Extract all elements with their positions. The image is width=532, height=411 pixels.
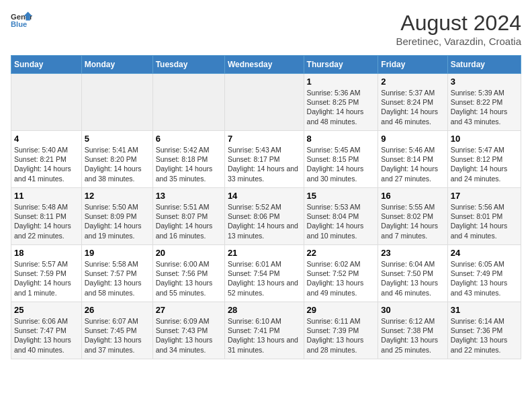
day-number: 29: [307, 305, 375, 315]
calendar-cell: 13Sunrise: 5:51 AM Sunset: 8:07 PM Dayli…: [152, 188, 224, 245]
day-info: Sunrise: 5:58 AM Sunset: 7:57 PM Dayligh…: [85, 259, 150, 298]
day-number: 5: [85, 134, 150, 144]
weekday-header-friday: Friday: [378, 56, 447, 74]
calendar-header: SundayMondayTuesdayWednesdayThursdayFrid…: [11, 56, 521, 74]
day-number: 14: [228, 191, 301, 201]
day-info: Sunrise: 6:07 AM Sunset: 7:45 PM Dayligh…: [85, 316, 150, 355]
weekday-header-thursday: Thursday: [304, 56, 378, 74]
day-number: 6: [156, 134, 222, 144]
calendar-cell: 5Sunrise: 5:41 AM Sunset: 8:20 PM Daylig…: [81, 131, 152, 188]
calendar-cell: 1Sunrise: 5:36 AM Sunset: 8:25 PM Daylig…: [304, 74, 378, 131]
weekday-header-tuesday: Tuesday: [152, 56, 224, 74]
day-info: Sunrise: 5:36 AM Sunset: 8:25 PM Dayligh…: [307, 88, 375, 126]
day-number: 16: [381, 191, 444, 201]
day-number: 3: [451, 77, 518, 87]
calendar-cell: 8Sunrise: 5:45 AM Sunset: 8:15 PM Daylig…: [304, 131, 378, 188]
calendar-cell: 16Sunrise: 5:55 AM Sunset: 8:02 PM Dayli…: [378, 188, 447, 245]
weekday-header-monday: Monday: [81, 56, 152, 74]
logo-icon: General Blue: [11, 11, 32, 30]
day-info: Sunrise: 5:37 AM Sunset: 8:24 PM Dayligh…: [381, 88, 444, 126]
day-number: 1: [307, 77, 375, 87]
day-info: Sunrise: 6:05 AM Sunset: 7:49 PM Dayligh…: [451, 259, 518, 298]
day-info: Sunrise: 5:56 AM Sunset: 8:01 PM Dayligh…: [451, 202, 518, 240]
calendar-body: 1Sunrise: 5:36 AM Sunset: 8:25 PM Daylig…: [11, 74, 521, 359]
day-info: Sunrise: 6:00 AM Sunset: 7:56 PM Dayligh…: [156, 259, 222, 298]
day-number: 18: [14, 248, 79, 258]
day-info: Sunrise: 5:50 AM Sunset: 8:09 PM Dayligh…: [85, 202, 150, 240]
calendar-cell: 26Sunrise: 6:07 AM Sunset: 7:45 PM Dayli…: [81, 302, 152, 359]
day-number: 17: [451, 191, 518, 201]
day-number: 27: [156, 305, 222, 315]
calendar-cell: [152, 74, 224, 131]
day-info: Sunrise: 5:40 AM Sunset: 8:21 PM Dayligh…: [14, 145, 79, 183]
day-number: 22: [307, 248, 375, 258]
calendar-cell: 14Sunrise: 5:52 AM Sunset: 8:06 PM Dayli…: [224, 188, 304, 245]
day-info: Sunrise: 6:02 AM Sunset: 7:52 PM Dayligh…: [307, 259, 375, 298]
day-number: 23: [381, 248, 444, 258]
day-number: 13: [156, 191, 222, 201]
day-number: 7: [228, 134, 301, 144]
day-number: 30: [381, 305, 444, 315]
calendar-cell: 18Sunrise: 5:57 AM Sunset: 7:59 PM Dayli…: [11, 245, 82, 302]
day-number: 25: [14, 305, 79, 315]
calendar-cell: 19Sunrise: 5:58 AM Sunset: 7:57 PM Dayli…: [81, 245, 152, 302]
day-number: 8: [307, 134, 375, 144]
day-number: 11: [14, 191, 79, 201]
calendar-week-3: 18Sunrise: 5:57 AM Sunset: 7:59 PM Dayli…: [11, 245, 521, 302]
day-info: Sunrise: 5:53 AM Sunset: 8:04 PM Dayligh…: [307, 202, 375, 240]
day-info: Sunrise: 6:14 AM Sunset: 7:36 PM Dayligh…: [451, 316, 518, 355]
calendar-cell: 3Sunrise: 5:39 AM Sunset: 8:22 PM Daylig…: [447, 74, 521, 131]
calendar-cell: 4Sunrise: 5:40 AM Sunset: 8:21 PM Daylig…: [11, 131, 82, 188]
calendar-cell: 30Sunrise: 6:12 AM Sunset: 7:38 PM Dayli…: [378, 302, 447, 359]
calendar-week-2: 11Sunrise: 5:48 AM Sunset: 8:11 PM Dayli…: [11, 188, 521, 245]
logo: General Blue: [11, 11, 32, 30]
calendar-cell: 23Sunrise: 6:04 AM Sunset: 7:50 PM Dayli…: [378, 245, 447, 302]
calendar-cell: [11, 74, 82, 131]
calendar-cell: 6Sunrise: 5:42 AM Sunset: 8:18 PM Daylig…: [152, 131, 224, 188]
weekday-header-sunday: Sunday: [11, 56, 82, 74]
calendar-cell: 22Sunrise: 6:02 AM Sunset: 7:52 PM Dayli…: [304, 245, 378, 302]
calendar-cell: 29Sunrise: 6:11 AM Sunset: 7:39 PM Dayli…: [304, 302, 378, 359]
calendar-cell: 9Sunrise: 5:46 AM Sunset: 8:14 PM Daylig…: [378, 131, 447, 188]
day-info: Sunrise: 6:01 AM Sunset: 7:54 PM Dayligh…: [228, 259, 301, 298]
calendar-cell: 25Sunrise: 6:06 AM Sunset: 7:47 PM Dayli…: [11, 302, 82, 359]
calendar-cell: [81, 74, 152, 131]
day-info: Sunrise: 6:10 AM Sunset: 7:41 PM Dayligh…: [228, 316, 301, 355]
calendar-week-0: 1Sunrise: 5:36 AM Sunset: 8:25 PM Daylig…: [11, 74, 521, 131]
day-number: 12: [85, 191, 150, 201]
day-info: Sunrise: 5:55 AM Sunset: 8:02 PM Dayligh…: [381, 202, 444, 240]
calendar-cell: 15Sunrise: 5:53 AM Sunset: 8:04 PM Dayli…: [304, 188, 378, 245]
weekday-header-row: SundayMondayTuesdayWednesdayThursdayFrid…: [11, 56, 521, 74]
calendar-week-1: 4Sunrise: 5:40 AM Sunset: 8:21 PM Daylig…: [11, 131, 521, 188]
calendar-week-4: 25Sunrise: 6:06 AM Sunset: 7:47 PM Dayli…: [11, 302, 521, 359]
day-number: 2: [381, 77, 444, 87]
calendar-cell: 12Sunrise: 5:50 AM Sunset: 8:09 PM Dayli…: [81, 188, 152, 245]
calendar-cell: 31Sunrise: 6:14 AM Sunset: 7:36 PM Dayli…: [447, 302, 521, 359]
calendar-cell: 2Sunrise: 5:37 AM Sunset: 8:24 PM Daylig…: [378, 74, 447, 131]
page-header: General Blue August 2024 Beretinec, Vara…: [11, 11, 521, 47]
calendar-cell: 10Sunrise: 5:47 AM Sunset: 8:12 PM Dayli…: [447, 131, 521, 188]
weekday-header-wednesday: Wednesday: [224, 56, 304, 74]
calendar-cell: 21Sunrise: 6:01 AM Sunset: 7:54 PM Dayli…: [224, 245, 304, 302]
day-info: Sunrise: 6:11 AM Sunset: 7:39 PM Dayligh…: [307, 316, 375, 355]
calendar-cell: 20Sunrise: 6:00 AM Sunset: 7:56 PM Dayli…: [152, 245, 224, 302]
day-number: 4: [14, 134, 79, 144]
page-subtitle: Beretinec, Varazdin, Croatia: [396, 36, 521, 47]
day-info: Sunrise: 5:46 AM Sunset: 8:14 PM Dayligh…: [381, 145, 444, 183]
day-info: Sunrise: 5:48 AM Sunset: 8:11 PM Dayligh…: [14, 202, 79, 240]
day-number: 19: [85, 248, 150, 258]
day-number: 31: [451, 305, 518, 315]
day-number: 24: [451, 248, 518, 258]
day-info: Sunrise: 6:12 AM Sunset: 7:38 PM Dayligh…: [381, 316, 444, 355]
day-number: 26: [85, 305, 150, 315]
day-number: 10: [451, 134, 518, 144]
day-number: 9: [381, 134, 444, 144]
day-info: Sunrise: 5:47 AM Sunset: 8:12 PM Dayligh…: [451, 145, 518, 183]
calendar-cell: 17Sunrise: 5:56 AM Sunset: 8:01 PM Dayli…: [447, 188, 521, 245]
day-info: Sunrise: 5:39 AM Sunset: 8:22 PM Dayligh…: [451, 88, 518, 126]
calendar-cell: 24Sunrise: 6:05 AM Sunset: 7:49 PM Dayli…: [447, 245, 521, 302]
day-number: 21: [228, 248, 301, 258]
day-info: Sunrise: 6:09 AM Sunset: 7:43 PM Dayligh…: [156, 316, 222, 355]
day-info: Sunrise: 5:41 AM Sunset: 8:20 PM Dayligh…: [85, 145, 150, 183]
calendar-cell: 7Sunrise: 5:43 AM Sunset: 8:17 PM Daylig…: [224, 131, 304, 188]
